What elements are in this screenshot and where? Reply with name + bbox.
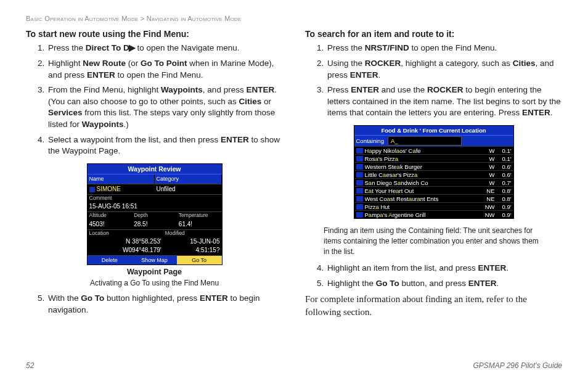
gps-a-buttons: Delete Show Map Go To — [88, 255, 222, 264]
right-steps-cont: Highlight an item from the list, and pre… — [305, 263, 562, 289]
list-item[interactable]: Rosa's PizzaW0.1' — [354, 154, 513, 162]
waypoint-icon — [89, 187, 95, 192]
gps-screen-search: Food & Drink ' From Current Location Con… — [354, 125, 514, 219]
containing-field[interactable]: A_ — [388, 136, 462, 145]
left-title: To start new route using the Find Menu: — [26, 28, 283, 40]
left-steps-cont: With the Go To button highlighted, press… — [26, 293, 283, 316]
lbl-comment: Comment — [88, 194, 222, 202]
right-step-2: Using the ROCKER, highlight a category, … — [326, 58, 562, 81]
left-step-2: Highlight New Route (or Go To Point when… — [47, 58, 283, 81]
guide-title: GPSMAP 296 Pilot's Guide — [473, 361, 562, 370]
fig-caption: Waypoint Page — [26, 267, 283, 277]
gps-screen-waypoint: Waypoint Review Name Category SIMONE Unf… — [87, 163, 223, 265]
show-map-button[interactable]: Show Map — [132, 256, 177, 264]
right-step-4: Highlight an item from the list, and pre… — [326, 263, 562, 274]
search-note: Finding an item using the Containing fie… — [324, 226, 544, 256]
gps-a-hdr-cat: Category — [155, 174, 222, 183]
left-step-4: Select a waypoint from the list, and the… — [47, 134, 283, 157]
right-title: To search for an item and route to it: — [305, 28, 562, 40]
left-steps: Press the Direct To D▶ to open the Navig… — [26, 43, 283, 157]
list-item[interactable]: Eat Your Heart OutNE0.8' — [354, 186, 513, 194]
gps-a-cat: Unfiled — [155, 184, 222, 194]
list-item[interactable]: Western Steak BurgerW0.6' — [354, 162, 513, 170]
left-column: To start new route using the Find Menu: … — [26, 28, 283, 320]
containing-label: Containing — [356, 137, 384, 145]
left-step-3: From the Find Menu, highlight Waypoints,… — [47, 84, 283, 131]
gps-b-title: Food & Drink ' From Current Location — [354, 126, 513, 136]
list-item[interactable]: Pampa's Argentine GrillNW0.9' — [354, 210, 513, 218]
search-figure: Food & Drink ' From Current Location Con… — [305, 125, 562, 221]
poi-icon — [356, 164, 363, 170]
right-column: To search for an item and route to it: P… — [305, 28, 562, 320]
page-number: 52 — [26, 361, 34, 370]
list-item[interactable]: San Diego Sandwich CoW0.7' — [354, 178, 513, 186]
footer: 52 GPSMAP 296 Pilot's Guide — [26, 361, 562, 370]
delete-button[interactable]: Delete — [88, 256, 133, 264]
poi-icon — [356, 188, 363, 194]
left-step-1: Press the Direct To D▶ to open the Navig… — [47, 43, 283, 54]
breadcrumb: Basic Operation in Automotive Mode > Nav… — [26, 15, 562, 22]
poi-icon — [356, 156, 363, 162]
fig-sub: Activating a Go To using the Find Menu — [26, 278, 283, 289]
content-columns: To start new route using the Find Menu: … — [26, 28, 562, 320]
right-step-1: Press the NRST/FIND to open the Find Men… — [326, 43, 562, 54]
serif-note: For complete information about finding a… — [305, 293, 562, 318]
gps-a-hdr-name: Name — [88, 174, 155, 183]
right-step-3: Press ENTER and use the ROCKER to begin … — [326, 84, 562, 119]
val-comment: 15-AUG-05 16:51 — [88, 202, 222, 211]
list-item[interactable]: West Coast Restaurant EntsNE0.8' — [354, 194, 513, 202]
poi-icon — [356, 196, 363, 202]
direct-to-icon: D▶ — [123, 43, 135, 52]
poi-icon — [356, 180, 363, 186]
poi-icon — [356, 172, 363, 178]
gps-a-title: Waypoint Review — [88, 164, 222, 174]
poi-icon — [356, 204, 363, 210]
go-to-button[interactable]: Go To — [177, 256, 222, 264]
list-item[interactable]: Little Caesar's PizzaW0.6' — [354, 170, 513, 178]
containing-row: Containing A_ — [354, 136, 513, 146]
waypoint-figure: Waypoint Review Name Category SIMONE Unf… — [26, 163, 283, 288]
poi-icon — [356, 148, 363, 154]
poi-icon — [356, 212, 363, 218]
right-steps: Press the NRST/FIND to open the Find Men… — [305, 43, 562, 119]
list-item[interactable]: Happy Nikolaos' CafeW0.1' — [354, 146, 513, 154]
list-item[interactable]: Pizza HutNW0.9' — [354, 202, 513, 210]
left-step-5: With the Go To button highlighted, press… — [47, 293, 283, 316]
right-step-5: Highlight the Go To button, and press EN… — [326, 278, 562, 290]
